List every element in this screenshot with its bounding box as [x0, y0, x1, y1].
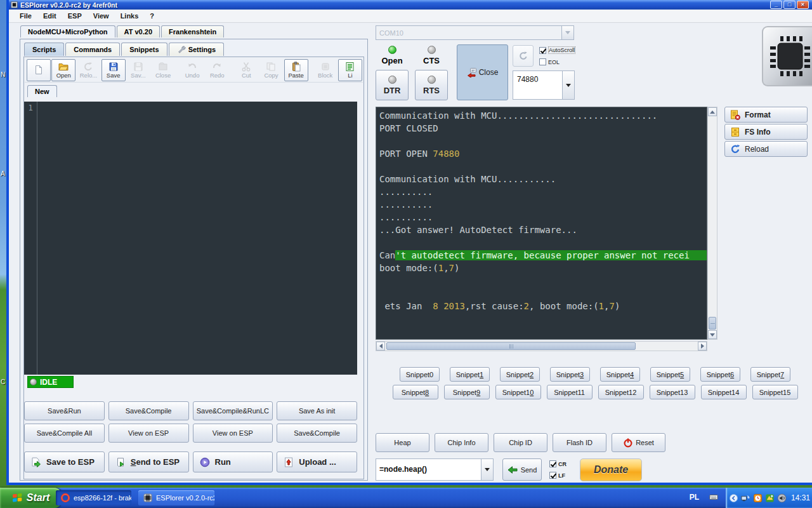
block-toolbar-button: Block	[313, 59, 337, 81]
save-icon	[108, 62, 119, 72]
cts-indicator[interactable]: CTS	[415, 42, 448, 69]
run-button[interactable]: Run	[193, 451, 273, 472]
scroll-left-icon[interactable]	[376, 342, 385, 351]
menu-item-file[interactable]: File	[14, 11, 37, 21]
snippet1-button[interactable]: Snippet1	[450, 367, 490, 382]
vscroll-thumb[interactable]	[709, 317, 716, 330]
flash-id-button[interactable]: Flash ID	[553, 433, 606, 452]
send-button[interactable]: Send	[502, 458, 542, 481]
fs-info-button[interactable]: FS Info	[724, 124, 808, 140]
scroll-down-icon[interactable]	[708, 330, 717, 339]
menu-item-edit[interactable]: Edit	[37, 11, 62, 21]
cr-checkbox[interactable]	[549, 460, 556, 467]
snippet5-button[interactable]: Snippet5	[650, 367, 690, 382]
donate-button[interactable]: Donate	[580, 458, 642, 481]
close-port-button[interactable]: Close	[457, 44, 508, 100]
taskbar-button-esp8266-12f-brak-k[interactable]: esp8266-12f - brak k...	[56, 490, 131, 505]
copy-toolbar-button: Copy	[259, 59, 283, 81]
autoscroll-label: AutoScroll	[548, 46, 575, 54]
baud-dropdown-arrow[interactable]	[562, 71, 574, 99]
command-combobox[interactable]: =node.heap()	[376, 458, 494, 481]
save-to-esp-button[interactable]: Save to ESP	[24, 451, 105, 472]
tab-scripts[interactable]: Scripts	[24, 43, 64, 56]
snippet14-button[interactable]: Snippet14	[701, 385, 747, 399]
snippet15-button[interactable]: Snippet15	[752, 385, 798, 399]
menu-item-view[interactable]: View	[88, 11, 115, 21]
snippet8-button[interactable]: Snippet8	[393, 385, 438, 399]
chip-info-button[interactable]: Chip Info	[435, 433, 488, 452]
baud-rate-select[interactable]: 74880	[513, 70, 575, 100]
keyboard-icon[interactable]	[708, 493, 719, 502]
save-run-button[interactable]: Save&Run	[24, 401, 105, 420]
save-compile-button[interactable]: Save&Compile	[277, 424, 357, 443]
snippet13-button[interactable]: Snippet13	[650, 385, 695, 399]
rts-button[interactable]: RTS	[415, 70, 448, 100]
snippet9-button[interactable]: Snippet9	[444, 385, 490, 399]
send-to-esp-button[interactable]: Send to ESP	[108, 451, 189, 472]
start-button[interactable]: Start	[0, 488, 62, 508]
clock[interactable]: 14:31	[791, 493, 810, 502]
com-port-select[interactable]: COM10	[376, 25, 574, 40]
lf-checkbox[interactable]	[549, 472, 556, 479]
dtr-button[interactable]: DTR	[376, 70, 409, 100]
view-on-esp-button[interactable]: View on ESP	[108, 424, 189, 443]
close-button[interactable]: ×	[797, 1, 809, 9]
terminal-vertical-scrollbar[interactable]	[707, 107, 717, 340]
scroll-up-icon[interactable]	[708, 107, 717, 116]
maximize-button[interactable]: □	[783, 1, 796, 9]
snippet2-button[interactable]: Snippet2	[500, 367, 540, 382]
reload-button[interactable]: Reload	[724, 141, 808, 157]
paste-toolbar-button[interactable]: Paste	[284, 59, 308, 81]
open-toggle[interactable]: Open	[376, 42, 409, 69]
li-toolbar-button[interactable]: Li	[338, 59, 362, 81]
heap-button[interactable]: Heap	[376, 433, 429, 452]
snippet10-button[interactable]: Snippet10	[495, 385, 541, 399]
editor-text-area[interactable]	[37, 102, 357, 375]
scroll-right-icon[interactable]	[698, 342, 707, 351]
view-on-esp-button[interactable]: View on ESP	[193, 424, 273, 443]
serial-terminal[interactable]: Communication with MCU..................…	[376, 107, 707, 340]
tab-commands[interactable]: Commands	[65, 43, 120, 56]
upload-button[interactable]: Upload ...	[277, 451, 357, 472]
menu-item-links[interactable]: Links	[115, 11, 145, 21]
command-dropdown-arrow[interactable]	[481, 459, 493, 480]
save-compile-runlc-button[interactable]: Save&Compile&RunLC	[193, 401, 273, 420]
com-port-dropdown-arrow[interactable]	[561, 26, 573, 39]
snippet12-button[interactable]: Snippet12	[598, 385, 644, 399]
tab-new-file[interactable]: New	[27, 85, 57, 97]
minimize-button[interactable]: _	[770, 1, 782, 9]
save-as-init-button[interactable]: Save As init	[277, 401, 357, 420]
menu-item-esp[interactable]: ESP	[62, 11, 88, 21]
reset-button[interactable]: Reset	[612, 433, 665, 452]
snippet11-button[interactable]: Snippet11	[547, 385, 593, 399]
snippet6-button[interactable]: Snippet6	[700, 367, 740, 382]
save-toolbar-button[interactable]: Save	[102, 59, 126, 81]
opera-icon	[60, 493, 70, 503]
code-editor[interactable]: 1	[24, 102, 357, 375]
tab-nodemcu-micropython[interactable]: NodeMCU+MicroPython	[20, 25, 115, 37]
terminal-horizontal-scrollbar[interactable]	[376, 341, 707, 351]
blank-toolbar-button[interactable]	[27, 59, 51, 81]
save-compile-button[interactable]: Save&Compile	[108, 401, 189, 420]
snippet0-button[interactable]: Snippet0	[400, 367, 440, 382]
eol-checkbox[interactable]	[539, 58, 546, 65]
refresh-ports-button[interactable]	[513, 45, 534, 67]
chip-id-button[interactable]: Chip ID	[494, 433, 547, 452]
autoscroll-checkbox[interactable]	[539, 47, 546, 54]
tab-frankenshtein[interactable]: Frankenshtein	[161, 25, 224, 37]
snippet3-button[interactable]: Snippet3	[550, 367, 590, 382]
snippet4-button[interactable]: Snippet4	[600, 367, 640, 382]
save-compile-all-button[interactable]: Save&Compile All	[24, 424, 105, 443]
tab-at-v0-20[interactable]: AT v0.20	[117, 25, 160, 37]
hscroll-thumb[interactable]	[386, 342, 636, 350]
title-bar[interactable]: ESPlorer v0.2.0-rc2 by 4refr0nt _ □ ×	[9, 0, 812, 10]
tab-settings[interactable]: Settings	[169, 43, 224, 56]
menu-item-blank[interactable]: ?	[144, 11, 160, 21]
language-indicator[interactable]: PL	[690, 493, 699, 502]
tab-snippets[interactable]: Snippets	[121, 43, 167, 56]
esplorer-chip-logo	[761, 25, 812, 87]
snippet7-button[interactable]: Snippet7	[750, 367, 790, 382]
format-button[interactable]: Format	[724, 107, 808, 123]
open-toolbar-button[interactable]: Open	[51, 59, 75, 81]
taskbar-button-esplorer-v0-2-0-rc2-b[interactable]: ESPlorer v0.2.0-rc2 b...	[138, 490, 214, 505]
